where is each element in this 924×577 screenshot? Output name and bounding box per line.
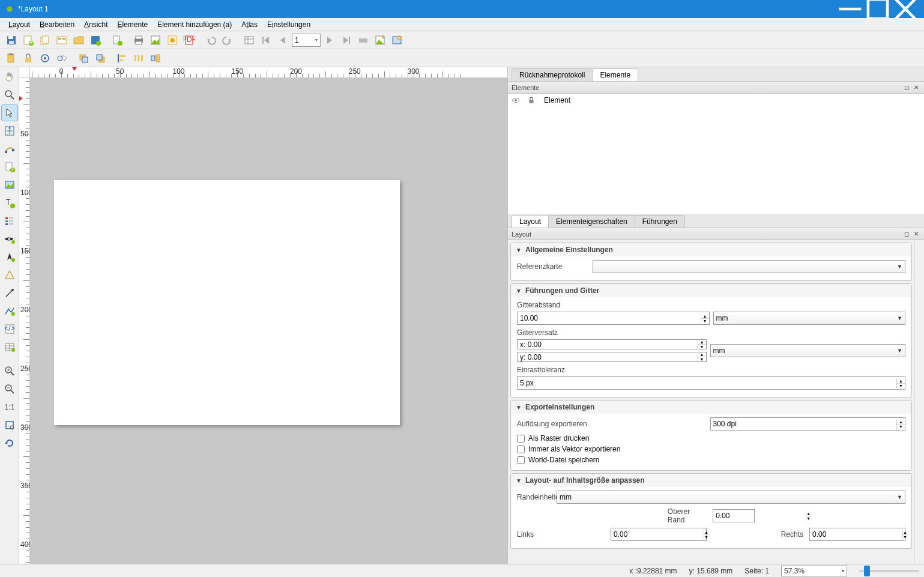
export-pdf-button[interactable]: PDF [181, 32, 197, 48]
tab-history[interactable]: Rücknahmeprotokoll [512, 68, 593, 81]
group-button[interactable] [54, 50, 70, 66]
add-northarrow-tool[interactable] [1, 249, 18, 265]
grid-offset-unit-combo[interactable]: mm▼ [710, 344, 906, 357]
menu-einstellungen[interactable]: Einstellungen [262, 19, 315, 30]
zoom-combo[interactable]: 57.3%▾ [781, 566, 847, 576]
page-number-input[interactable]: 1▾ [292, 34, 321, 47]
layout-canvas[interactable] [30, 78, 507, 564]
add-scalebar-tool[interactable] [1, 231, 18, 247]
page-setup-button[interactable] [241, 32, 257, 48]
menu-layout[interactable]: Layout [4, 19, 35, 30]
zoom-out-button[interactable] [1, 381, 18, 397]
grid-spacing-input[interactable]: ▲▼ [517, 312, 710, 325]
add-table-tool[interactable] [1, 339, 18, 355]
export-resolution-input[interactable]: ▲▼ [710, 417, 906, 430]
layout-page[interactable] [54, 180, 400, 425]
unlock-button[interactable] [37, 50, 53, 66]
save-project-button[interactable] [4, 32, 19, 48]
elements-list[interactable]: Element [508, 94, 924, 214]
visibility-icon[interactable] [508, 96, 524, 104]
move-content-tool[interactable] [1, 122, 18, 139]
resize-button[interactable] [148, 50, 163, 66]
add-from-template-button[interactable] [109, 32, 125, 48]
redo-button[interactable] [220, 32, 235, 48]
refresh-button[interactable] [1, 435, 18, 452]
zoom-in-button[interactable] [1, 363, 18, 379]
print-atlas-button[interactable] [355, 32, 371, 48]
grid-spacing-unit-combo[interactable]: mm▼ [713, 312, 906, 325]
first-page-button[interactable] [258, 32, 274, 48]
close-button[interactable] [892, 0, 919, 18]
add-map-tool[interactable] [1, 177, 18, 193]
zoom-slider[interactable] [859, 566, 919, 576]
new-layout-button[interactable]: + [20, 32, 36, 48]
export-atlas-image-button[interactable] [372, 32, 388, 48]
section-general-header[interactable]: ▼Allgemeine Einstellungen [511, 243, 911, 256]
export-svg-button[interactable] [165, 32, 180, 48]
margin-top-input[interactable]: ▲▼ [713, 509, 755, 522]
grid-offset-y-input[interactable]: ▲▼ [517, 352, 707, 362]
section-resize-header[interactable]: ▼Layout- auf Inhaltsgröße anpassen [511, 474, 911, 487]
close-panel-icon[interactable]: ✕ [912, 83, 920, 92]
margin-right-input[interactable]: ▲▼ [809, 528, 905, 541]
layout-manager-button[interactable] [54, 32, 70, 48]
prev-page-button[interactable] [275, 32, 291, 48]
lower-button[interactable] [92, 50, 108, 66]
save-world-file-checkbox[interactable]: World-Datei speichern [517, 456, 905, 464]
zoom-actual-button[interactable]: 1:1 [1, 399, 18, 415]
undo-button[interactable] [203, 32, 219, 48]
undock-icon[interactable]: ◻ [902, 83, 911, 92]
properties-scrollbar[interactable] [914, 240, 924, 564]
next-page-button[interactable] [322, 32, 337, 48]
paste-button[interactable] [4, 50, 19, 66]
print-as-raster-checkbox[interactable]: Als Raster drucken [517, 434, 905, 443]
margin-units-combo[interactable]: mm▼ [557, 491, 905, 504]
lock-button[interactable] [20, 50, 36, 66]
select-tool[interactable] [1, 104, 18, 121]
grid-offset-x-input[interactable]: ▲▼ [517, 339, 707, 349]
tab-guides[interactable]: Führungen [635, 215, 685, 228]
distribute-button[interactable] [131, 50, 146, 66]
menu-atlas[interactable]: Atlas [237, 19, 262, 30]
section-export-header[interactable]: ▼Exporteinstellungen [511, 400, 911, 414]
minimize-button[interactable] [836, 0, 864, 18]
horizontal-ruler[interactable]: 050100150200250300 [30, 67, 507, 78]
add-shape-tool[interactable] [1, 267, 18, 283]
menu-bearbeiten[interactable]: Bearbeiten [35, 19, 79, 30]
add-html-tool[interactable]: </> [1, 321, 18, 337]
atlas-settings-button[interactable] [389, 32, 405, 48]
maximize-button[interactable] [864, 0, 892, 18]
export-image-button[interactable] [148, 32, 163, 48]
menu-element-hinzufuegen[interactable]: Element hinzufügen (a) [152, 19, 237, 30]
add-arrow-tool[interactable] [1, 285, 18, 301]
menu-elemente[interactable]: Elemente [112, 19, 152, 30]
add-legend-tool[interactable] [1, 213, 18, 229]
undock-icon[interactable]: ◻ [902, 230, 911, 238]
tab-layout[interactable]: Layout [512, 215, 549, 228]
vertical-ruler[interactable]: 050100150200250300350400 [19, 78, 30, 564]
lock-icon[interactable] [524, 96, 539, 104]
save-template-button[interactable] [88, 32, 103, 48]
print-button[interactable] [131, 32, 146, 48]
always-vector-checkbox[interactable]: Immer als Vektor exportieren [517, 445, 905, 453]
close-panel-icon[interactable]: ✕ [912, 230, 920, 238]
list-item[interactable]: Element [508, 94, 924, 107]
section-guides-header[interactable]: ▼Führungen und Gitter [511, 284, 911, 297]
duplicate-layout-button[interactable] [37, 32, 53, 48]
tab-item-properties[interactable]: Elementeigenschaften [548, 215, 635, 228]
margin-left-input[interactable]: ▲▼ [611, 528, 707, 541]
edit-nodes-tool[interactable] [1, 140, 18, 157]
layout-properties-panel[interactable]: ▼Allgemeine Einstellungen Referenzkarte … [508, 240, 914, 564]
align-left-button[interactable] [114, 50, 130, 66]
load-template-button[interactable] [71, 32, 86, 48]
raise-button[interactable] [76, 50, 91, 66]
zoom-tool[interactable] [1, 86, 18, 103]
menu-ansicht[interactable]: Ansicht [79, 19, 112, 30]
add-page-tool[interactable]: + [1, 159, 18, 175]
snap-tolerance-input[interactable]: ▲▼ [517, 376, 905, 390]
last-page-button[interactable] [339, 32, 354, 48]
zoom-full-button[interactable] [1, 417, 18, 434]
add-3dmap-tool[interactable]: T [1, 195, 18, 211]
pan-tool[interactable] [1, 68, 18, 85]
tab-elements[interactable]: Elemente [592, 68, 638, 81]
